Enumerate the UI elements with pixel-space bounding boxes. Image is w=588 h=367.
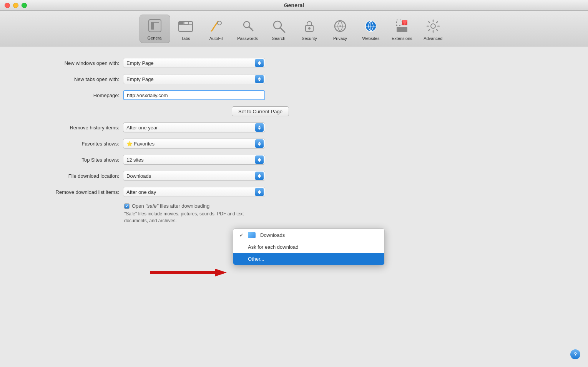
favorites-select-wrapper: ⭐ Favorites: [123, 139, 265, 149]
tab-search[interactable]: Search: [263, 15, 294, 43]
remove-download-row: Remove download list items: After one da…: [15, 187, 573, 197]
remove-download-label: Remove download list items:: [15, 189, 123, 195]
tab-privacy-label: Privacy: [333, 36, 347, 41]
tabs-icon: [177, 18, 194, 35]
tab-general[interactable]: General: [140, 15, 170, 43]
dropdown-downloads-label: Downloads: [260, 232, 285, 238]
remove-history-row: Remove history items: After one year: [15, 122, 573, 132]
remove-history-label: Remove history items:: [15, 125, 123, 131]
remove-download-select-wrapper: After one day: [123, 187, 265, 197]
close-button[interactable]: [5, 3, 10, 8]
svg-line-14: [251, 28, 252, 29]
tab-websites-label: Websites: [362, 36, 379, 41]
dropdown-item-downloads[interactable]: ✓ Downloads: [233, 229, 384, 241]
tab-search-label: Search: [272, 36, 286, 41]
file-download-row: File download location: Downloads: [15, 171, 573, 181]
remove-download-select[interactable]: After one day: [123, 187, 265, 197]
tab-tabs[interactable]: Tabs: [170, 15, 201, 43]
tab-security[interactable]: Security: [294, 15, 325, 43]
new-windows-label: New windows open with:: [15, 60, 123, 66]
favorites-label: Favorites shows:: [15, 141, 123, 147]
autofill-icon: [208, 18, 225, 35]
set-current-row: Set to Current Page: [15, 106, 573, 116]
top-sites-select[interactable]: 12 sites: [123, 155, 265, 165]
maximize-button[interactable]: [22, 3, 27, 8]
svg-rect-1: [151, 22, 154, 30]
websites-icon: [362, 18, 379, 35]
toolbar: General Tabs AutoFill: [0, 11, 588, 46]
open-safe-row: ✓ Open "safe" files after downloading: [124, 203, 573, 209]
file-download-label: File download location:: [15, 173, 123, 179]
new-tabs-row: New tabs open with: Empty Page: [15, 74, 573, 84]
arrow-body: [150, 269, 227, 276]
dropdown-ask-label: Ask for each download: [248, 244, 299, 250]
svg-rect-29: [397, 27, 402, 32]
open-safe-label: Open "safe" files after downloading: [132, 203, 209, 209]
search-icon: [270, 18, 287, 35]
help-button[interactable]: ?: [570, 349, 580, 359]
file-download-dropdown[interactable]: ✓ Downloads ✓ Ask for each download ✓ Ot…: [233, 228, 385, 265]
security-icon: [301, 18, 318, 35]
tab-advanced[interactable]: Advanced: [418, 15, 448, 43]
top-sites-select-wrapper: 12 sites: [123, 155, 265, 165]
open-safe-checkbox[interactable]: ✓: [124, 203, 130, 209]
dropdown-other-label: Other...: [248, 256, 264, 262]
minimize-button[interactable]: [13, 3, 18, 8]
new-tabs-select[interactable]: Empty Page: [123, 74, 265, 84]
favorites-select[interactable]: ⭐ Favorites: [123, 139, 265, 149]
safe-files-description: "Safe" files include movies, pictures, s…: [124, 210, 266, 224]
checkbox-check: ✓: [125, 204, 128, 208]
file-download-select-wrapper: Downloads: [123, 171, 265, 181]
svg-point-18: [308, 27, 311, 30]
svg-rect-4: [179, 21, 183, 25]
tab-advanced-label: Advanced: [424, 36, 442, 41]
title-bar: General: [0, 0, 588, 11]
tab-websites[interactable]: Websites: [355, 15, 386, 43]
window-title: General: [284, 2, 304, 8]
top-sites-row: Top Sites shows: 12 sites: [15, 155, 573, 165]
svg-rect-30: [402, 27, 407, 32]
svg-rect-5: [184, 21, 189, 25]
tab-tabs-label: Tabs: [181, 36, 190, 41]
traffic-lights: [5, 3, 27, 8]
svg-point-11: [218, 21, 221, 25]
extensions-icon: [394, 18, 410, 35]
remove-history-select[interactable]: After one year: [123, 122, 265, 132]
passwords-icon: [239, 18, 256, 35]
tab-general-label: General: [148, 36, 163, 40]
dropdown-item-other[interactable]: ✓ Other...: [233, 253, 384, 265]
main-content: New windows open with: Empty Page New ta…: [0, 46, 588, 236]
privacy-icon: [332, 18, 349, 35]
tab-autofill-label: AutoFill: [209, 36, 224, 41]
homepage-row: Homepage: http://osxdaily.com: [15, 90, 573, 100]
set-current-button[interactable]: Set to Current Page: [232, 106, 289, 116]
red-arrow: [150, 269, 227, 276]
favorites-row: Favorites shows: ⭐ Favorites: [15, 139, 573, 149]
tab-passwords[interactable]: Passwords: [232, 15, 263, 43]
svg-rect-2: [151, 22, 159, 23]
homepage-label: Homepage:: [15, 93, 123, 98]
file-download-select[interactable]: Downloads: [123, 171, 265, 181]
tab-autofill[interactable]: AutoFill: [201, 15, 232, 43]
checkmark-icon: ✓: [239, 232, 245, 238]
homepage-input[interactable]: http://osxdaily.com: [123, 90, 265, 100]
svg-point-31: [431, 24, 435, 28]
svg-point-21: [339, 25, 341, 27]
remove-history-select-wrapper: After one year: [123, 122, 265, 132]
dropdown-item-ask[interactable]: ✓ Ask for each download: [233, 241, 384, 253]
tab-security-label: Security: [302, 36, 317, 41]
tab-extensions-label: Extensions: [392, 36, 412, 41]
new-tabs-select-wrapper: Empty Page: [123, 74, 265, 84]
new-tabs-label: New tabs open with:: [15, 76, 123, 82]
top-sites-label: Top Sites shows:: [15, 157, 123, 163]
general-icon: [146, 17, 163, 34]
tab-privacy[interactable]: Privacy: [325, 15, 355, 43]
svg-line-16: [280, 28, 285, 32]
tab-passwords-label: Passwords: [237, 36, 258, 41]
new-windows-select[interactable]: Empty Page: [123, 58, 265, 68]
svg-rect-0: [149, 20, 161, 32]
new-windows-row: New windows open with: Empty Page: [15, 58, 573, 68]
tab-extensions[interactable]: Extensions: [386, 15, 418, 43]
advanced-icon: [425, 18, 442, 35]
svg-line-13: [249, 27, 253, 31]
